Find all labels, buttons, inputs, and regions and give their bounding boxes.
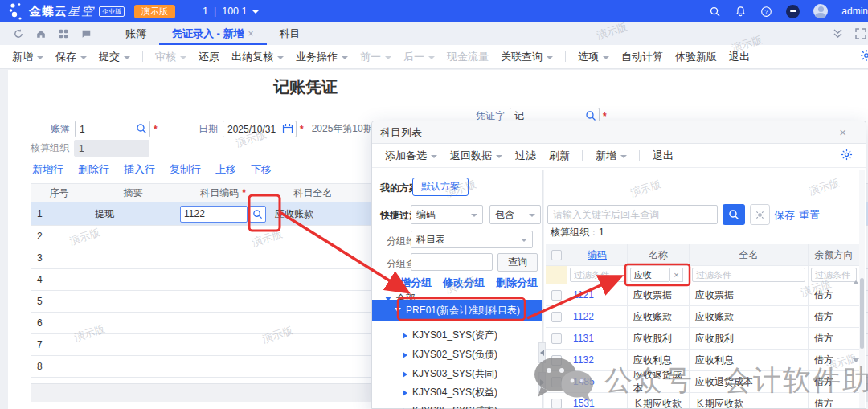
account-switcher[interactable]: 1 | 100 1 <box>203 6 259 17</box>
account-row[interactable]: 1131应收股利应收股利借方 <box>546 328 859 350</box>
name-filter-input[interactable] <box>630 268 670 282</box>
add-row-button[interactable]: 新增行 <box>32 162 63 177</box>
tree-node-asset[interactable]: KJYS01_SYS(资产) <box>403 329 497 342</box>
related-query-button[interactable]: 关联查询 <box>501 50 553 64</box>
delete-group-link[interactable]: 删除分组 <box>496 276 538 290</box>
account-row[interactable]: 1121应收票据应收票据借方 <box>546 284 859 306</box>
code-filter-input[interactable] <box>570 268 624 282</box>
tab-account-books[interactable]: 账簿 <box>113 22 159 45</box>
row-checkbox[interactable] <box>551 290 562 301</box>
column-code[interactable]: 编码 <box>567 244 628 265</box>
filter-button[interactable]: 过滤 <box>515 149 536 163</box>
try-new-version-button[interactable]: 体验新版 <box>675 50 717 64</box>
tab-close-icon[interactable]: × <box>248 28 254 39</box>
close-icon[interactable]: × <box>839 125 846 139</box>
chevron-down-icon <box>252 10 259 14</box>
group-query-button[interactable]: 查询 <box>497 253 538 272</box>
collapse-left-handle[interactable] <box>538 342 546 363</box>
reset-filter-link[interactable]: 重置 <box>799 208 820 223</box>
lookup-icon[interactable] <box>585 110 596 121</box>
account-row[interactable]: 1132应收利息应收利息借方 <box>546 350 859 371</box>
tree-node-common[interactable]: KJYS03_SYS(共同) <box>403 367 497 381</box>
message-icon[interactable] <box>80 28 92 39</box>
search-button[interactable] <box>723 204 745 225</box>
tree-node-equity[interactable]: KJYS04_SYS(权益) <box>403 386 497 399</box>
lookup-icon[interactable] <box>136 123 147 134</box>
copy-row-button[interactable]: 复制行 <box>170 162 201 177</box>
account-table: 编码 名称 全名 余额方向 × 1121应收票据应收票据借方 1122应收账款应… <box>546 244 859 408</box>
edit-group-link[interactable]: 修改分组 <box>443 276 485 290</box>
save-filter-link[interactable]: 保存 <box>774 208 795 223</box>
column-name[interactable]: 名称 <box>628 244 690 265</box>
clear-filter-icon[interactable]: × <box>670 268 683 282</box>
prev-button: 前一 <box>360 50 391 64</box>
group-dimension-select[interactable]: 科目表 <box>411 231 533 248</box>
auto-calc-button[interactable]: 自动计算 <box>621 50 663 64</box>
scroll-up-icon[interactable] <box>853 280 859 284</box>
row-checkbox[interactable] <box>551 355 562 366</box>
move-down-button[interactable]: 下移 <box>251 162 272 177</box>
add-group-link[interactable]: 新增分组 <box>390 276 432 290</box>
refresh-icon[interactable] <box>13 28 24 39</box>
tree-node-cost[interactable]: KJYS05_SYS(成本) <box>403 404 497 409</box>
column-fullname[interactable]: 全名 <box>690 244 809 265</box>
save-button[interactable]: 保存 <box>55 50 87 64</box>
collapse-tabs-icon[interactable] <box>832 28 844 39</box>
options-button[interactable]: 选项 <box>578 50 609 64</box>
return-data-button[interactable]: 返回数据 <box>450 149 502 163</box>
row-checkbox[interactable] <box>551 399 562 409</box>
business-ops-button[interactable]: 业务操作 <box>296 50 348 64</box>
account-row[interactable]: 1485应收退货成本应收退货成本借方 <box>546 371 859 393</box>
do-not-disturb-icon[interactable] <box>786 5 800 18</box>
add-candidate-button[interactable]: 添加备选 <box>385 149 437 163</box>
fullname-filter-input[interactable] <box>692 268 805 282</box>
row-checkbox[interactable] <box>551 312 562 322</box>
dialog-scrollbar[interactable] <box>859 170 865 408</box>
tree-node-selected[interactable]: PRE01(新会计准则科目表) <box>372 300 542 321</box>
tab-subjects[interactable]: 科目 <box>267 22 313 45</box>
account-row[interactable]: 1122应收账款应收账款借方 <box>546 306 859 328</box>
keyword-input[interactable] <box>547 205 718 224</box>
account-row[interactable]: 1531长期应收款长期应收款借方 <box>546 393 859 408</box>
account-code-input[interactable] <box>180 206 248 223</box>
move-up-button[interactable]: 上移 <box>215 162 236 177</box>
delete-row-button[interactable]: 删除行 <box>78 162 109 177</box>
filter-operator-select[interactable]: 包含 <box>489 205 541 224</box>
submit-button[interactable]: 提交 <box>99 50 130 64</box>
direction-filter-input[interactable] <box>811 268 857 282</box>
notification-bell-icon[interactable] <box>735 6 747 18</box>
default-plan-button[interactable]: 默认方案 <box>412 178 469 196</box>
home-icon[interactable] <box>35 28 47 39</box>
tree-node-liability[interactable]: KJYS02_SYS(负债) <box>403 348 497 362</box>
collapse-right-handle[interactable] <box>538 372 546 393</box>
column-direction[interactable]: 余额方向 <box>809 244 859 265</box>
select-all-checkbox[interactable] <box>551 250 562 260</box>
filter-field-select[interactable]: 编码 <box>411 205 483 224</box>
chevron-down-icon <box>180 56 186 59</box>
avatar[interactable] <box>813 4 828 18</box>
search-icon[interactable] <box>709 6 721 18</box>
scroll-down-icon[interactable] <box>853 358 859 362</box>
calendar-icon[interactable] <box>282 123 293 134</box>
tab-voucher-entry[interactable]: 凭证录入 - 新增× <box>159 22 267 45</box>
summary-cell[interactable]: 提现 <box>88 202 178 225</box>
refresh-button[interactable]: 刷新 <box>549 149 570 163</box>
help-icon[interactable]: ? <box>760 6 772 18</box>
insert-row-button[interactable]: 插入行 <box>124 162 155 177</box>
apps-grid-icon[interactable] <box>58 28 69 39</box>
dialog-settings-gear-icon[interactable] <box>841 149 853 163</box>
settings-gear-icon[interactable] <box>860 49 868 64</box>
fullscreen-icon[interactable] <box>855 28 866 39</box>
filter-settings-button[interactable] <box>750 204 770 225</box>
group-search-input[interactable] <box>411 253 493 271</box>
account-lookup-button[interactable] <box>249 206 266 223</box>
exit-button[interactable]: 退出 <box>729 50 750 64</box>
row-checkbox[interactable] <box>551 377 562 387</box>
restore-button[interactable]: 还原 <box>199 50 219 64</box>
row-checkbox[interactable] <box>551 333 562 344</box>
dialog-exit-button[interactable]: 退出 <box>653 149 674 163</box>
dialog-new-button[interactable]: 新增 <box>596 149 627 163</box>
cashier-review-button[interactable]: 出纳复核 <box>231 50 284 64</box>
username[interactable]: admin <box>841 6 868 17</box>
new-button[interactable]: 新增 <box>12 50 43 64</box>
